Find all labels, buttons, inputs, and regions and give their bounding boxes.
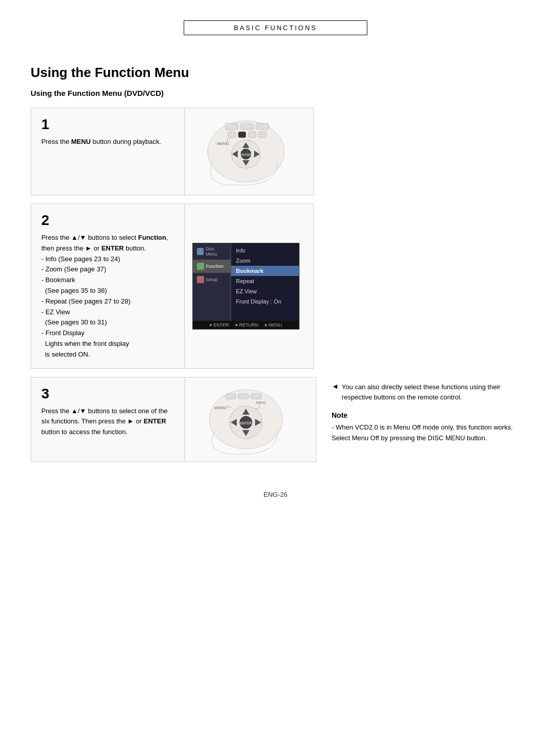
step-1-text: Press the MENU button during playback. bbox=[41, 137, 174, 147]
svg-rect-4 bbox=[228, 132, 236, 138]
step-1-number: 1 bbox=[41, 116, 174, 133]
step-3-text: Press the ▲/▼ buttons to select one of t… bbox=[41, 406, 174, 438]
menu-info: Info bbox=[231, 245, 299, 256]
step3-row: 3 Press the ▲/▼ buttons to select one of… bbox=[31, 377, 520, 470]
step-3-number: 3 bbox=[41, 386, 174, 402]
svg-text:ENTER: ENTER bbox=[240, 421, 252, 425]
remote-illustration-1: ENTER MENU bbox=[197, 113, 294, 190]
step-2-image: Disc Menu Function Setup bbox=[184, 204, 307, 368]
menu-bottom-bar: ● ENTER ● RETURN ● MENU bbox=[193, 321, 299, 329]
svg-rect-2 bbox=[241, 123, 254, 130]
svg-rect-6 bbox=[248, 132, 256, 138]
menu-disc-item: Disc Menu bbox=[193, 243, 231, 260]
svg-rect-1 bbox=[226, 123, 238, 130]
note-title: Note bbox=[332, 411, 520, 419]
right-notes-section bbox=[329, 108, 520, 250]
remote-illustration-3: ENTER MENU INFO bbox=[200, 383, 292, 457]
note-section: Note - When VCD2.0 is in Menu Off mode o… bbox=[332, 411, 520, 444]
step-1-box: 1 Press the MENU button during playback. bbox=[31, 108, 314, 195]
menu-repeat: Repeat bbox=[231, 276, 299, 286]
step-1-image: ENTER MENU bbox=[184, 108, 307, 195]
menu-front-display: Front Display : On bbox=[231, 296, 299, 307]
svg-text:ENTER: ENTER bbox=[240, 153, 252, 157]
step-3-image: ENTER MENU INFO bbox=[184, 377, 307, 462]
step-2-number: 2 bbox=[41, 212, 174, 229]
svg-rect-26 bbox=[251, 394, 261, 399]
step-2-text: Press the ▲/▼ buttons to select Function… bbox=[41, 233, 174, 360]
svg-text:INFO: INFO bbox=[256, 400, 266, 405]
svg-rect-25 bbox=[238, 394, 248, 399]
menu-screenshot: Disc Menu Function Setup bbox=[192, 243, 299, 330]
menu-zoom: Zoom bbox=[231, 256, 299, 266]
header-title: Basic Functions bbox=[234, 24, 317, 32]
step3-right-notes: ◄ You can also directly select these fun… bbox=[332, 377, 520, 444]
svg-rect-24 bbox=[226, 394, 236, 399]
note-content: - When VCD2.0 is in Menu Off mode only, … bbox=[332, 422, 520, 444]
page-number: ENG-26 bbox=[31, 491, 520, 498]
svg-text:MENU: MENU bbox=[217, 141, 229, 146]
menu-bookmark: Bookmark bbox=[231, 266, 299, 276]
header-box: Basic Functions bbox=[184, 20, 367, 35]
note-bullet: ◄ You can also directly select these fun… bbox=[332, 382, 520, 404]
note-bullet-text: You can also directly select these funct… bbox=[342, 382, 520, 404]
page-title: Using the Function Menu bbox=[31, 65, 520, 81]
svg-rect-5 bbox=[238, 132, 246, 138]
step-2-box: 2 Press the ▲/▼ buttons to select Functi… bbox=[31, 204, 314, 369]
menu-setup-item: Setup bbox=[193, 273, 231, 286]
menu-function-item: Function bbox=[193, 260, 231, 273]
step-3-box: 3 Press the ▲/▼ buttons to select one of… bbox=[31, 377, 316, 462]
section-subtitle: Using the Function Menu (DVD/VCD) bbox=[31, 89, 520, 97]
svg-rect-3 bbox=[256, 123, 269, 130]
menu-ez-view: EZ View bbox=[231, 286, 299, 296]
svg-rect-7 bbox=[259, 132, 266, 138]
